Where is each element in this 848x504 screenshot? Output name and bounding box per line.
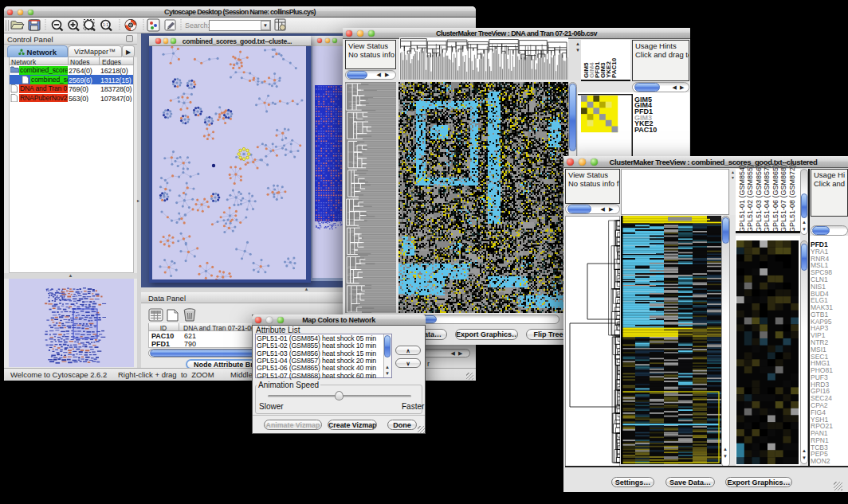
svg-text:1:1: 1:1 <box>103 22 108 27</box>
